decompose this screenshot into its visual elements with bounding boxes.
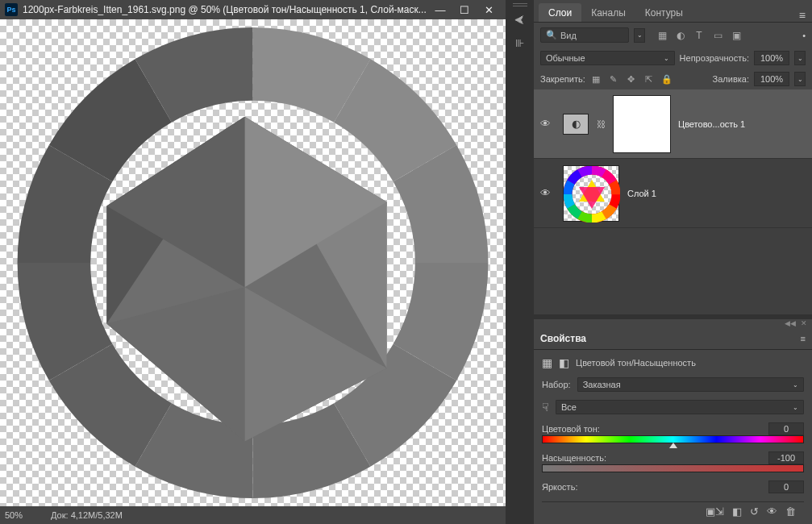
filter-toggle-icon[interactable]: • — [802, 31, 806, 40]
blend-mode-select[interactable]: Обычные⌄ — [540, 51, 675, 65]
lock-transparent-icon[interactable]: ▦ — [590, 74, 602, 85]
toggle-visibility-icon[interactable]: 👁 — [767, 505, 777, 518]
mask-icon: ◧ — [559, 356, 569, 369]
lock-row: Закрепить: ▦ ✎ ✥ ⇱ 🔒 Заливка: 100% ⌄ — [534, 69, 812, 89]
hue-value[interactable]: 0 — [768, 422, 804, 435]
adjustment-thumb-icon: ◐ — [563, 114, 589, 135]
blend-mode-value: Обычные — [546, 53, 585, 63]
panel-tabbar: Слои Каналы Контуры ≡ — [534, 0, 812, 23]
hue-label: Цветовой тон: — [542, 424, 600, 434]
document-title: 1200px-Farbkreis_Itten_1961.svg.png @ 50… — [23, 4, 428, 15]
layer-filter-icons: ▦ ◐ T ▭ ▣ — [656, 30, 742, 41]
panel-menu-icon[interactable]: ≡ — [793, 9, 812, 22]
saturation-value[interactable]: -100 — [768, 451, 804, 464]
visibility-icon[interactable]: 👁 — [540, 187, 551, 199]
lightness-value[interactable]: 0 — [768, 480, 804, 493]
document-titlebar: Ps 1200px-Farbkreis_Itten_1961.svg.png @… — [0, 0, 506, 19]
scrubby-icon[interactable]: ☟ — [542, 401, 549, 414]
layers-filter-bar: 🔍 Вид ⌄ ▦ ◐ T ▭ ▣ • — [534, 23, 812, 48]
properties-body: ▦ ◧ Цветовой тон/Насыщенность Набор: Зак… — [534, 350, 812, 524]
artwork — [0, 19, 506, 506]
hue-slider-thumb[interactable] — [669, 443, 677, 448]
fill-value[interactable]: 100% — [754, 72, 789, 86]
adjustment-type-row: ▦ ◧ Цветовой тон/Насыщенность — [542, 356, 804, 369]
layer-name[interactable]: Слой 1 — [627, 189, 656, 198]
preset-select[interactable]: Заказная⌄ — [577, 377, 804, 392]
close-button[interactable]: ✕ — [477, 4, 501, 16]
fill-dropdown[interactable]: ⌄ — [794, 72, 806, 86]
saturation-slider[interactable] — [542, 464, 804, 472]
document-window: Ps 1200px-Farbkreis_Itten_1961.svg.png @… — [0, 0, 506, 524]
panel-grip[interactable] — [513, 3, 527, 6]
search-kind: Вид — [560, 31, 577, 40]
properties-header: Свойства ≡ — [534, 327, 812, 350]
visibility-icon[interactable]: 👁 — [540, 118, 551, 130]
tab-paths[interactable]: Контуры — [635, 3, 693, 22]
minimize-button[interactable]: — — [428, 4, 452, 16]
status-bar: 50% Док: 4,12M/5,32M — [0, 506, 506, 524]
filter-adjust-icon[interactable]: ◐ — [675, 30, 686, 41]
color-range-value: Все — [561, 402, 577, 412]
right-panels: Слои Каналы Контуры ≡ 🔍 Вид ⌄ ▦ ◐ T ▭ ▣ … — [534, 0, 812, 524]
preset-label: Набор: — [542, 380, 571, 389]
preset-value: Заказная — [583, 380, 621, 389]
panel-menu-icon[interactable]: ≡ — [801, 334, 806, 343]
link-icon[interactable]: ⛓ — [597, 119, 606, 129]
lock-pixels-icon[interactable]: ✎ — [608, 74, 619, 85]
zoom-level[interactable]: 50% — [5, 510, 23, 520]
hue-slider[interactable] — [542, 435, 804, 443]
layer-row-adjustment[interactable]: 👁 ◐ ⛓ Цветово...ость 1 — [534, 89, 812, 159]
lightness-label: Яркость: — [542, 482, 577, 492]
color-range-select[interactable]: Все⌄ — [556, 400, 804, 414]
app-icon: Ps — [5, 3, 18, 16]
layer-thumb — [563, 165, 619, 222]
layers-empty-area — [534, 228, 812, 314]
layers-list: 👁 ◐ ⛓ Цветово...ость 1 👁 — [534, 89, 812, 228]
reset-icon[interactable]: ↺ — [750, 505, 759, 518]
lock-all-icon[interactable]: 🔒 — [661, 74, 673, 85]
search-icon: 🔍 — [546, 30, 557, 40]
filter-smart-icon[interactable]: ▣ — [731, 30, 742, 41]
tab-channels[interactable]: Каналы — [581, 3, 635, 22]
clip-to-layer-icon[interactable]: ▣⇲ — [706, 505, 724, 518]
lock-artboard-icon[interactable]: ⇱ — [643, 74, 655, 85]
filter-shape-icon[interactable]: ▭ — [712, 30, 723, 41]
canvas[interactable] — [0, 19, 506, 506]
collapsed-panel-strip: ⮜ ⊪ — [506, 0, 534, 524]
properties-actions: ▣⇲ ◧ ↺ 👁 🗑 — [542, 501, 804, 518]
collapse-icon[interactable]: ⮜ — [511, 11, 529, 29]
doc-size: Док: 4,12M/5,32M — [51, 510, 123, 520]
lock-label: Закрепить: — [540, 74, 585, 84]
adjustment-icon: ▦ — [542, 356, 552, 369]
properties-title: Свойства — [540, 333, 586, 344]
layer-search[interactable]: 🔍 Вид — [540, 27, 629, 43]
maximize-button[interactable]: ☐ — [452, 4, 477, 16]
properties-panel-handle[interactable]: ◀◀✕ — [534, 319, 812, 327]
filter-pixel-icon[interactable]: ▦ — [656, 30, 668, 41]
saturation-label: Насыщенность: — [542, 453, 606, 463]
opacity-dropdown[interactable]: ⌄ — [794, 51, 806, 65]
filter-text-icon[interactable]: T — [693, 30, 705, 41]
opacity-value[interactable]: 100% — [754, 51, 789, 65]
tab-layers[interactable]: Слои — [539, 3, 581, 22]
blend-row: Обычные⌄ Непрозрачность: 100% ⌄ — [534, 48, 812, 69]
fill-label: Заливка: — [713, 74, 749, 84]
view-previous-icon[interactable]: ◧ — [732, 505, 742, 518]
layer-name[interactable]: Цветово...ость 1 — [678, 119, 745, 129]
history-icon[interactable]: ⊪ — [511, 34, 529, 52]
adjustment-type-label: Цветовой тон/Насыщенность — [576, 358, 696, 368]
delete-icon[interactable]: 🗑 — [785, 505, 796, 518]
lock-position-icon[interactable]: ✥ — [626, 74, 637, 85]
layer-row-image[interactable]: 👁 — [534, 159, 812, 228]
search-kind-dropdown[interactable]: ⌄ — [634, 28, 645, 43]
layer-mask-thumb[interactable] — [614, 96, 670, 152]
opacity-label: Непрозрачность: — [680, 53, 749, 63]
